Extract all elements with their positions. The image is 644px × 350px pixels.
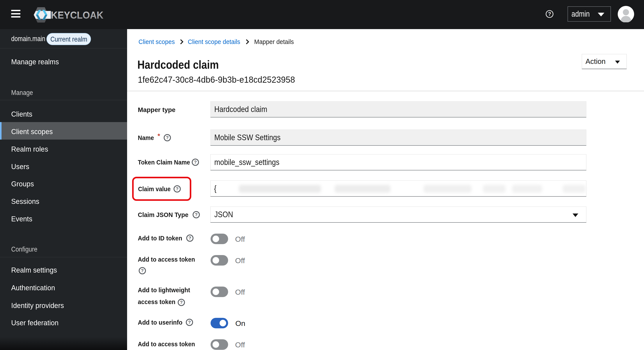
svg-text:KEYCLOAK: KEYCLOAK — [51, 9, 104, 21]
svg-text:?: ? — [548, 11, 551, 17]
